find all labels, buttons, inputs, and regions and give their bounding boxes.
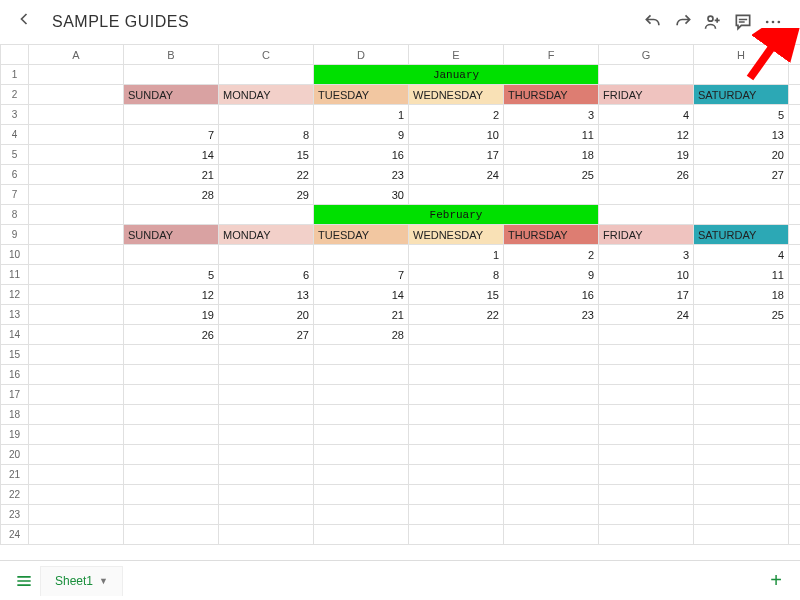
cell[interactable] bbox=[219, 345, 314, 365]
cell[interactable]: THURSDAY bbox=[504, 85, 599, 105]
cell[interactable] bbox=[124, 445, 219, 465]
cell[interactable] bbox=[504, 405, 599, 425]
cell[interactable]: 30 bbox=[314, 185, 409, 205]
column-header[interactable]: E bbox=[409, 45, 504, 65]
cell[interactable]: SATURDAY bbox=[694, 85, 789, 105]
cell[interactable] bbox=[504, 445, 599, 465]
cell[interactable] bbox=[29, 245, 124, 265]
cell[interactable]: 21 bbox=[124, 165, 219, 185]
cell[interactable] bbox=[219, 105, 314, 125]
comment-button[interactable] bbox=[728, 7, 758, 37]
cell[interactable] bbox=[599, 385, 694, 405]
select-all-cell[interactable] bbox=[1, 45, 29, 65]
share-button[interactable] bbox=[698, 7, 728, 37]
column-header[interactable]: D bbox=[314, 45, 409, 65]
cell[interactable]: 17 bbox=[409, 145, 504, 165]
cell[interactable] bbox=[694, 425, 789, 445]
cell[interactable] bbox=[29, 305, 124, 325]
row-header[interactable]: 8 bbox=[1, 205, 29, 225]
cell[interactable]: 24 bbox=[409, 165, 504, 185]
cell[interactable]: 4 bbox=[599, 105, 694, 125]
cell[interactable]: MONDAY bbox=[219, 85, 314, 105]
cell[interactable] bbox=[789, 525, 801, 545]
cell[interactable] bbox=[314, 385, 409, 405]
cell[interactable] bbox=[694, 365, 789, 385]
cell[interactable] bbox=[124, 105, 219, 125]
cell[interactable]: WEDNESDAY bbox=[409, 225, 504, 245]
undo-button[interactable] bbox=[638, 7, 668, 37]
cell[interactable] bbox=[219, 465, 314, 485]
cell[interactable] bbox=[29, 265, 124, 285]
cell[interactable] bbox=[314, 485, 409, 505]
cell[interactable] bbox=[694, 65, 789, 85]
cell[interactable]: 16 bbox=[314, 145, 409, 165]
cell[interactable] bbox=[789, 465, 801, 485]
cell[interactable]: FRIDAY bbox=[599, 85, 694, 105]
cell[interactable] bbox=[789, 165, 801, 185]
cell[interactable] bbox=[504, 185, 599, 205]
cell[interactable]: 9 bbox=[504, 265, 599, 285]
cell[interactable] bbox=[219, 365, 314, 385]
cell[interactable]: 28 bbox=[124, 185, 219, 205]
cell[interactable] bbox=[29, 65, 124, 85]
sheet-tab-active[interactable]: Sheet1 ▼ bbox=[40, 566, 123, 596]
cell[interactable] bbox=[409, 365, 504, 385]
cell[interactable] bbox=[694, 205, 789, 225]
cell[interactable] bbox=[29, 145, 124, 165]
cell[interactable] bbox=[694, 185, 789, 205]
cell[interactable]: 23 bbox=[504, 305, 599, 325]
cell[interactable] bbox=[124, 365, 219, 385]
cell[interactable]: WEDNESDAY bbox=[409, 85, 504, 105]
cell[interactable] bbox=[789, 205, 801, 225]
cell[interactable] bbox=[599, 465, 694, 485]
cell[interactable] bbox=[219, 405, 314, 425]
cell[interactable] bbox=[124, 525, 219, 545]
cell[interactable] bbox=[694, 345, 789, 365]
cell[interactable] bbox=[789, 425, 801, 445]
cell[interactable]: 29 bbox=[219, 185, 314, 205]
cell[interactable]: 6 bbox=[219, 265, 314, 285]
row-header[interactable]: 14 bbox=[1, 325, 29, 345]
cell[interactable]: 9 bbox=[314, 125, 409, 145]
more-button[interactable] bbox=[758, 7, 788, 37]
cell[interactable]: TUESDAY bbox=[314, 85, 409, 105]
cell[interactable] bbox=[314, 425, 409, 445]
cell[interactable]: 18 bbox=[504, 145, 599, 165]
cell[interactable] bbox=[789, 405, 801, 425]
cell[interactable]: 7 bbox=[124, 125, 219, 145]
cell[interactable]: January bbox=[314, 65, 599, 85]
row-header[interactable]: 23 bbox=[1, 505, 29, 525]
cell[interactable] bbox=[124, 405, 219, 425]
cell[interactable]: TUESDAY bbox=[314, 225, 409, 245]
cell[interactable] bbox=[599, 65, 694, 85]
cell[interactable] bbox=[29, 465, 124, 485]
cell[interactable] bbox=[124, 205, 219, 225]
cell[interactable]: 2 bbox=[504, 245, 599, 265]
cell[interactable]: THURSDAY bbox=[504, 225, 599, 245]
cell[interactable]: 6 bbox=[789, 105, 801, 125]
cell[interactable]: FRIDAY bbox=[599, 225, 694, 245]
cell[interactable] bbox=[694, 485, 789, 505]
cell[interactable] bbox=[409, 345, 504, 365]
cell[interactable] bbox=[124, 385, 219, 405]
cell[interactable]: 16 bbox=[504, 285, 599, 305]
cell[interactable]: 17 bbox=[599, 285, 694, 305]
cell[interactable]: 11 bbox=[694, 265, 789, 285]
cell[interactable]: 15 bbox=[409, 285, 504, 305]
cell[interactable] bbox=[409, 505, 504, 525]
column-header[interactable]: A bbox=[29, 45, 124, 65]
row-header[interactable]: 24 bbox=[1, 525, 29, 545]
column-header[interactable]: I bbox=[789, 45, 801, 65]
column-header[interactable]: B bbox=[124, 45, 219, 65]
cell[interactable]: 8 bbox=[409, 265, 504, 285]
cell[interactable]: 25 bbox=[694, 305, 789, 325]
cell[interactable]: 10 bbox=[599, 265, 694, 285]
cell[interactable]: 5 bbox=[124, 265, 219, 285]
cell[interactable] bbox=[124, 425, 219, 445]
cell[interactable] bbox=[124, 65, 219, 85]
cell[interactable] bbox=[409, 325, 504, 345]
row-header[interactable]: 15 bbox=[1, 345, 29, 365]
cell[interactable] bbox=[29, 485, 124, 505]
row-header[interactable]: 3 bbox=[1, 105, 29, 125]
cell[interactable] bbox=[29, 385, 124, 405]
